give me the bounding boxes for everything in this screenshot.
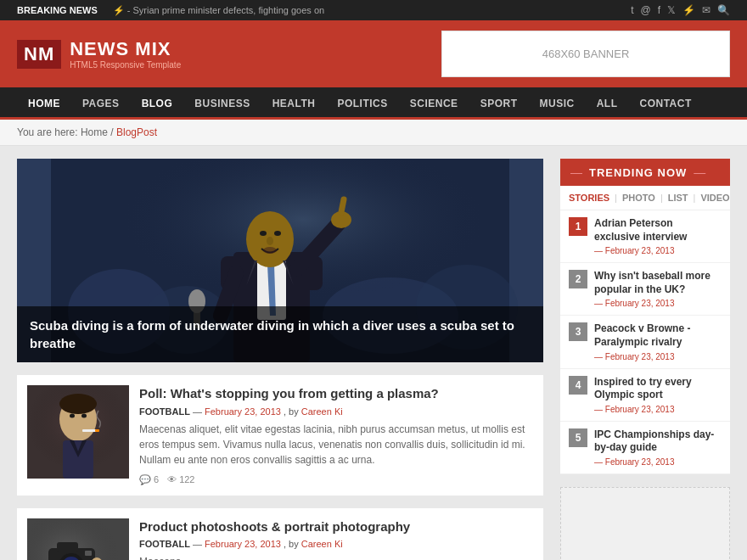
hero-caption: Scuba diving is a form of underwater div… (30, 316, 531, 352)
nav-blog[interactable]: BLOG (131, 87, 184, 120)
article-meta-1: FOOTBALL — February 23, 2013 , by Careen… (139, 406, 533, 417)
trending-num-1: 1 (569, 217, 587, 236)
sidebar-ad (560, 487, 730, 560)
trending-dashes: — (570, 165, 582, 179)
article-author-1: Careen Ki (301, 406, 343, 417)
sidebar: — TRENDING NOW — STORIES | PHOTO | LIST … (560, 159, 730, 560)
trending-tabs: STORIES | PHOTO | LIST | VIDEO (560, 186, 730, 210)
trending-num-3: 3 (569, 322, 587, 341)
nav-health[interactable]: HEALTH (261, 87, 327, 120)
twitter-icon[interactable]: 𝕏 (667, 4, 676, 16)
email-icon[interactable]: ✉ (702, 4, 710, 16)
tab-photo[interactable]: PHOTO (622, 193, 655, 203)
breadcrumb-prefix: You are here: (17, 126, 81, 138)
breaking-bar: BREAKING NEWS ⚡ - Syrian prime minister … (0, 0, 747, 20)
svg-rect-31 (63, 440, 93, 479)
article-by-2: , by (284, 539, 301, 549)
trending-num-2: 2 (569, 270, 587, 288)
article-category-1: FOOTBALL (139, 406, 190, 417)
hero-image: Scuba diving is a form of underwater div… (17, 159, 543, 362)
trending-dashes-right: — (694, 165, 705, 179)
view-count: 👁 122 (167, 474, 194, 485)
nav-home[interactable]: HOME (17, 87, 71, 120)
nav-politics[interactable]: POLITICS (326, 87, 398, 120)
trending-item-3: 3 Peacock v Browne - Paralympic rivalry … (560, 316, 730, 368)
tab-divider-1: | (615, 193, 617, 203)
trending-item-date-3: — February 23, 2013 (594, 352, 722, 361)
trending-item-title-2[interactable]: Why isn't baseball more popular in the U… (594, 270, 722, 296)
logo-area: NM NEWS MIX HTML5 Responsive Template (17, 38, 181, 70)
svg-point-28 (81, 414, 87, 418)
article-thumb-2 (27, 518, 129, 561)
nav-business[interactable]: BUSINESS (183, 87, 261, 120)
article-thumb-svg-1 (27, 385, 129, 479)
breadcrumb: You are here: Home / BlogPost (0, 120, 747, 146)
svg-line-17 (341, 199, 344, 212)
trending-header: — TRENDING NOW — (560, 159, 730, 186)
article-title-1[interactable]: Poll: What's stopping you from getting a… (139, 385, 533, 402)
svg-point-27 (70, 414, 75, 418)
breadcrumb-home[interactable]: Home (81, 126, 108, 138)
trending-item-date-5: — February 23, 2013 (594, 457, 722, 467)
article-title-2[interactable]: Product photoshoots & portrait photograp… (139, 518, 533, 535)
logo-nm: NM (24, 43, 54, 64)
nav-music[interactable]: MUSIC (528, 87, 585, 120)
trending-item-date-1: — February 23, 2013 (594, 246, 722, 255)
trending-item-text-2: Why isn't baseball more popular in the U… (594, 270, 722, 308)
svg-point-12 (274, 231, 281, 236)
trending-item-4: 4 Inspired to try every Olympic sport — … (560, 369, 730, 422)
trending-num-5: 5 (569, 428, 587, 447)
svg-point-11 (260, 231, 267, 236)
tab-stories[interactable]: STORIES (569, 193, 609, 203)
article-category-2: FOOTBALL (139, 539, 190, 549)
article-thumb-svg-2 (27, 518, 129, 561)
article-author-2: Careen Ki (301, 539, 343, 549)
svg-point-26 (59, 394, 97, 414)
trending-items-container: 1 Adrian Peterson exclusive interview — … (560, 210, 730, 474)
content-column: Scuba diving is a form of underwater div… (17, 159, 543, 560)
trending-item-date-2: — February 23, 2013 (594, 299, 722, 308)
at-icon[interactable]: @ (640, 4, 650, 16)
article-thumb-1 (27, 385, 129, 479)
tumblr-icon[interactable]: t (631, 4, 633, 16)
trending-item-title-5[interactable]: IPC Championships day-by-day guide (594, 428, 722, 455)
nav-pages[interactable]: PAGES (71, 87, 131, 120)
trending-item-title-1[interactable]: Adrian Peterson exclusive interview (594, 217, 722, 244)
trending-num-4: 4 (569, 376, 587, 395)
trending-item-text-3: Peacock v Browne - Paralympic rivalry — … (594, 322, 722, 361)
svg-rect-36 (57, 542, 78, 552)
article-by-1: , by (284, 406, 301, 417)
trending-box: — TRENDING NOW — STORIES | PHOTO | LIST … (560, 159, 730, 474)
article-footer-1: 💬 6 👁 122 (139, 474, 533, 485)
trending-item-5: 5 IPC Championships day-by-day guide — F… (560, 422, 730, 474)
logo-box: NM (17, 40, 61, 69)
logo-text: NEWS MIX HTML5 Responsive Template (70, 38, 181, 70)
trending-item-title-4[interactable]: Inspired to try every Olympic sport (594, 376, 722, 402)
article-body-2: Product photoshoots & portrait photograp… (139, 518, 533, 561)
banner-slot: 468X60 BANNER (441, 31, 730, 77)
article-separator-2: — (193, 539, 205, 549)
trending-item-text-1: Adrian Peterson exclusive interview — Fe… (594, 217, 722, 255)
article-body-1: Poll: What's stopping you from getting a… (139, 385, 533, 485)
rss-icon[interactable]: ⚡ (682, 4, 695, 16)
article-meta-2: FOOTBALL — February 23, 2013 , by Careen… (139, 539, 533, 549)
breaking-label: BREAKING NEWS (17, 5, 98, 15)
nav-sport[interactable]: SPORT (469, 87, 529, 120)
tab-divider-2: | (660, 193, 663, 203)
nav-all[interactable]: ALL (586, 87, 629, 120)
facebook-icon[interactable]: f (658, 4, 660, 16)
breadcrumb-current[interactable]: BlogPost (116, 126, 157, 138)
main-nav: HOME PAGES BLOG BUSINESS HEALTH POLITICS… (0, 87, 747, 120)
svg-rect-30 (95, 429, 99, 432)
tab-video[interactable]: VIDEO (700, 193, 729, 203)
tab-list[interactable]: LIST (668, 193, 688, 203)
nav-science[interactable]: SCIENCE (399, 87, 469, 120)
trending-item-title-3[interactable]: Peacock v Browne - Paralympic rivalry (594, 322, 722, 349)
svg-rect-40 (85, 551, 92, 556)
trending-item-date-4: — February 23, 2013 (594, 405, 722, 414)
trending-item-1: 1 Adrian Peterson exclusive interview — … (560, 210, 730, 263)
trending-item-text-4: Inspired to try every Olympic sport — Fe… (594, 376, 722, 414)
nav-contact[interactable]: CONTACT (628, 87, 702, 120)
article-separator-1: — (193, 406, 205, 417)
search-icon[interactable]: 🔍 (717, 4, 730, 16)
